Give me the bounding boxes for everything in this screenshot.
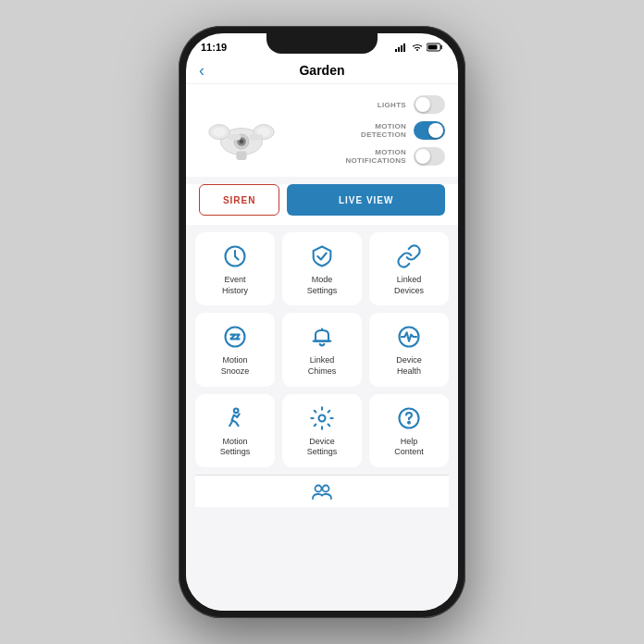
grid-row-2: MotionSnooze LinkedChimes [195, 313, 449, 386]
svg-rect-16 [250, 134, 263, 140]
motion-notifications-toggle-row: MOTIONNOTIFICATIONS [345, 147, 445, 166]
event-history-label: EventHistory [222, 275, 248, 296]
status-time: 11:19 [201, 42, 227, 53]
svg-point-24 [408, 421, 410, 423]
motion-notifications-toggle[interactable] [414, 147, 445, 166]
battery-icon [427, 43, 443, 52]
svg-point-11 [213, 128, 226, 137]
lights-toggle[interactable] [414, 95, 445, 114]
svg-point-22 [319, 415, 326, 421]
notch [266, 33, 378, 54]
runner-icon [222, 405, 248, 431]
svg-rect-14 [236, 151, 246, 160]
help-content-label: HelpContent [394, 437, 424, 458]
motion-snooze-icon [222, 324, 248, 350]
camera-svg [199, 93, 291, 167]
nav-bar: ‹ Garden [186, 57, 458, 84]
link-icon [396, 243, 422, 269]
device-health-label: DeviceHealth [396, 355, 422, 377]
chime-icon [309, 324, 335, 350]
svg-point-18 [226, 328, 245, 347]
svg-point-9 [240, 140, 244, 144]
svg-rect-15 [228, 134, 241, 140]
action-buttons: SIREN LIVE VIEW [186, 184, 458, 225]
lights-label: LIGHTS [378, 101, 406, 109]
device-settings-item[interactable]: DeviceSettings [282, 394, 362, 467]
motion-snooze-item[interactable]: MotionSnooze [195, 313, 275, 386]
grid-row-3: MotionSettings DeviceSettings [195, 394, 449, 467]
phone-screen: 11:19 [186, 33, 458, 611]
motion-settings-item[interactable]: MotionSettings [195, 394, 275, 467]
question-icon [396, 405, 422, 431]
device-image [199, 93, 291, 167]
device-health-item[interactable]: DeviceHealth [369, 313, 449, 386]
motion-notifications-label: MOTIONNOTIFICATIONS [345, 148, 406, 165]
heartbeat-icon [396, 324, 422, 350]
svg-rect-0 [395, 49, 397, 52]
gear-icon [309, 405, 335, 431]
motion-detection-toggle[interactable] [414, 121, 445, 140]
event-history-item[interactable]: EventHistory [195, 232, 275, 305]
group-icon [311, 483, 333, 500]
motion-detection-toggle-row: MOTIONDETECTION [345, 121, 445, 140]
tab-bar[interactable] [195, 475, 449, 507]
back-button[interactable]: ‹ [199, 61, 204, 80]
svg-point-25 [316, 486, 322, 492]
page-title: Garden [299, 63, 344, 78]
help-content-item[interactable]: HelpContent [369, 394, 449, 467]
svg-rect-1 [398, 47, 400, 52]
linked-devices-item[interactable]: LinkedDevices [369, 232, 449, 305]
wifi-icon [412, 43, 423, 52]
linked-devices-label: LinkedDevices [394, 275, 424, 296]
lights-toggle-row: LIGHTS [345, 95, 445, 114]
svg-point-21 [234, 408, 239, 413]
device-section: LIGHTS MOTIONDETECTION MOTIONNOTIFICATIO… [186, 84, 458, 177]
status-icons [395, 43, 443, 52]
motion-snooze-label: MotionSnooze [221, 355, 250, 377]
device-settings-label: DeviceSettings [307, 437, 338, 458]
svg-point-26 [323, 486, 329, 492]
screen-content: LIGHTS MOTIONDETECTION MOTIONNOTIFICATIO… [186, 84, 458, 611]
siren-button[interactable]: SIREN [199, 184, 279, 216]
mode-settings-item[interactable]: ModeSettings [282, 232, 362, 305]
linked-chimes-item[interactable]: LinkedChimes [282, 313, 362, 386]
motion-settings-label: MotionSettings [220, 437, 251, 458]
grid-row-1: EventHistory ModeSettings [195, 232, 449, 305]
motion-detection-label: MOTIONDETECTION [361, 122, 406, 139]
svg-rect-5 [428, 45, 438, 50]
clock-icon [222, 243, 248, 269]
grid-section: EventHistory ModeSettings [186, 232, 458, 507]
shield-icon [309, 243, 335, 269]
signal-icon [395, 43, 408, 52]
svg-rect-2 [401, 45, 402, 52]
phone-frame: 11:19 [179, 26, 465, 618]
svg-rect-3 [403, 43, 405, 52]
linked-chimes-label: LinkedChimes [308, 355, 337, 377]
live-view-button[interactable]: LIVE VIEW [287, 184, 445, 216]
controls-panel: LIGHTS MOTIONDETECTION MOTIONNOTIFICATIO… [345, 95, 445, 166]
mode-settings-label: ModeSettings [307, 275, 338, 296]
